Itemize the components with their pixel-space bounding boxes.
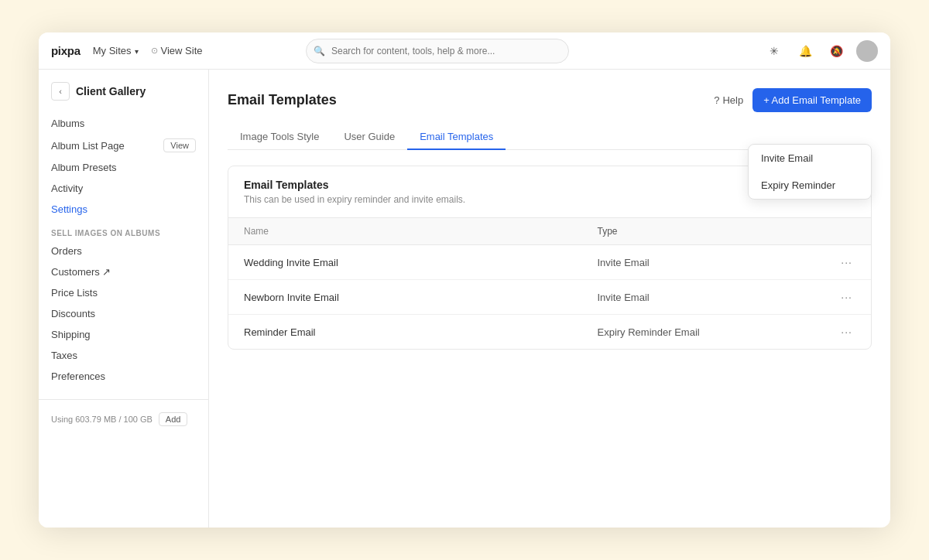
row-more-button-1[interactable]: ··· <box>838 289 855 305</box>
alert-icon[interactable]: 🔕 <box>825 40 847 62</box>
user-avatar[interactable] <box>856 40 878 62</box>
tab-email-templates[interactable]: Email Templates <box>407 125 506 150</box>
sidebar-header: ‹ Client Gallery <box>39 82 208 113</box>
row-more-button-2[interactable]: ··· <box>838 324 855 340</box>
row-actions-0: ··· <box>807 245 871 280</box>
row-type-0: Invite Email <box>582 245 807 280</box>
sidebar-item-discounts[interactable]: Discounts <box>39 303 208 324</box>
content-header-actions: ? Help + Add Email Template <box>714 88 872 112</box>
topbar: pixpa My Sites ⊙ View Site 🔍 ✳ 🔔 🔕 <box>39 32 890 70</box>
sidebar-item-albums[interactable]: Albums <box>39 113 208 134</box>
table-row: Newborn Invite Email Invite Email ··· <box>228 280 871 315</box>
add-template-dropdown: Invite Email Expiry Reminder <box>748 144 872 200</box>
dropdown-item-expiry-reminder[interactable]: Expiry Reminder <box>749 172 871 199</box>
sidebar-item-orders[interactable]: Orders <box>39 241 208 261</box>
row-name-2: Reminder Email <box>228 315 582 350</box>
table-header-name: Name <box>228 218 582 245</box>
my-sites-menu[interactable]: My Sites <box>93 45 139 56</box>
sidebar-section-label: SELL IMAGES ON ALBUMS <box>39 220 208 241</box>
row-more-button-0[interactable]: ··· <box>838 254 855 270</box>
search-icon: 🔍 <box>314 46 325 56</box>
search-container: 🔍 <box>306 39 569 63</box>
notification-bell-icon[interactable]: 🔔 <box>794 40 816 62</box>
sidebar-back-button[interactable]: ‹ <box>51 82 70 101</box>
sidebar-item-price-lists[interactable]: Price Lists <box>39 282 208 303</box>
topbar-right: ✳ 🔔 🔕 <box>763 40 878 62</box>
row-type-2: Expiry Reminder Email <box>582 315 807 350</box>
add-storage-button[interactable]: Add <box>159 412 188 426</box>
table-header-actions <box>807 218 871 245</box>
sidebar-item-customers[interactable]: Customers ↗ <box>39 261 208 282</box>
tab-user-guide[interactable]: User Guide <box>331 125 407 150</box>
row-actions-1: ··· <box>807 280 871 315</box>
email-templates-table: Name Type Wedding Invite Email Invite Em… <box>228 218 871 349</box>
app-window: pixpa My Sites ⊙ View Site 🔍 ✳ 🔔 🔕 ‹ Cli… <box>39 32 890 528</box>
sidebar-item-preferences[interactable]: Preferences <box>39 366 208 387</box>
table-row: Wedding Invite Email Invite Email ··· <box>228 245 871 280</box>
main-layout: ‹ Client Gallery Albums Album List Page … <box>39 70 890 528</box>
my-sites-chevron <box>135 45 139 56</box>
sidebar-title: Client Gallery <box>76 85 146 97</box>
search-input[interactable] <box>306 39 569 63</box>
sidebar-item-shipping[interactable]: Shipping <box>39 324 208 345</box>
row-type-1: Invite Email <box>582 280 807 315</box>
dropdown-item-invite-email[interactable]: Invite Email <box>749 145 871 172</box>
row-name-1: Newborn Invite Email <box>228 280 582 315</box>
add-email-template-button[interactable]: + Add Email Template <box>752 88 872 112</box>
logo: pixpa <box>51 44 81 57</box>
help-button[interactable]: ? Help <box>714 94 743 106</box>
content-area: Email Templates ? Help + Add Email Templ… <box>209 70 890 528</box>
sidebar-item-album-presets[interactable]: Album Presets <box>39 157 208 178</box>
table-row: Reminder Email Expiry Reminder Email ··· <box>228 315 871 350</box>
content-header: Email Templates ? Help + Add Email Templ… <box>228 88 872 112</box>
view-site-button[interactable]: ⊙ View Site <box>151 45 203 56</box>
row-name-0: Wedding Invite Email <box>228 245 582 280</box>
sidebar-item-settings[interactable]: Settings <box>39 199 208 220</box>
table-header-type: Type <box>582 218 807 245</box>
album-list-page-view-button[interactable]: View <box>163 138 196 152</box>
help-circle-icon: ? <box>714 94 719 106</box>
sidebar: ‹ Client Gallery Albums Album List Page … <box>39 70 209 528</box>
sidebar-item-taxes[interactable]: Taxes <box>39 345 208 366</box>
star-icon[interactable]: ✳ <box>763 40 785 62</box>
row-actions-2: ··· <box>807 315 871 350</box>
sidebar-footer: Using 603.79 MB / 100 GB Add <box>39 399 208 439</box>
page-title: Email Templates <box>228 92 337 108</box>
tab-image-tools-style[interactable]: Image Tools Style <box>228 125 331 150</box>
sidebar-item-activity[interactable]: Activity <box>39 178 208 199</box>
sidebar-item-album-list-page[interactable]: Album List Page View <box>39 134 208 157</box>
table-header-row: Name Type <box>228 218 871 245</box>
storage-info: Using 603.79 MB / 100 GB <box>51 415 153 424</box>
